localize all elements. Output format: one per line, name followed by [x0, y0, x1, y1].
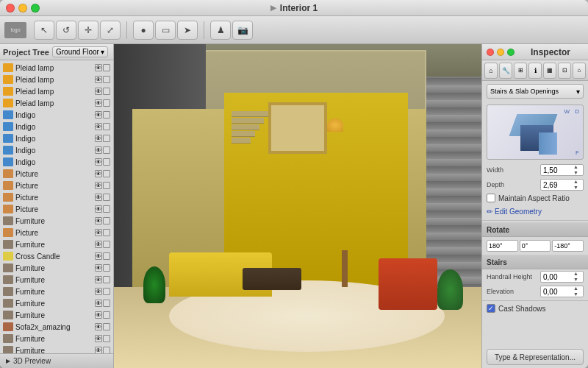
lock-toggle[interactable] — [103, 88, 110, 95]
visibility-toggle[interactable]: 👁 — [95, 241, 102, 248]
elevation-stepper-up[interactable]: ▲ — [573, 286, 581, 291]
toolbar-btn-circle[interactable]: ● — [133, 21, 154, 40]
visibility-toggle[interactable]: 👁 — [95, 99, 102, 107]
visibility-toggle[interactable]: 👁 — [95, 300, 102, 307]
lock-toggle[interactable] — [103, 323, 110, 330]
rotate-field-2[interactable]: 0° — [520, 240, 551, 252]
handrail-stepper-down[interactable]: ▼ — [573, 277, 581, 283]
visibility-toggle[interactable]: 👁 — [95, 217, 102, 224]
toolbar-btn-rect[interactable]: ▭ — [155, 21, 176, 40]
tree-item[interactable]: Furniture👁 — [0, 262, 113, 274]
handrail-stepper[interactable]: ▲ ▼ — [573, 271, 581, 283]
inspector-min-btn[interactable] — [497, 49, 504, 56]
toolbar-btn-scale[interactable]: ⤢ — [100, 21, 121, 40]
lock-toggle[interactable] — [103, 264, 110, 272]
tree-item[interactable]: Furniture👁 — [0, 274, 113, 286]
insp-btn-5[interactable]: ▦ — [543, 63, 556, 79]
tree-item[interactable]: Cross Candle👁 — [0, 250, 113, 262]
tree-item[interactable]: Indigo👁 — [0, 132, 113, 144]
lock-toggle[interactable] — [103, 111, 110, 118]
tree-item[interactable]: Picture👁 — [0, 227, 113, 238]
width-stepper[interactable]: ▲ ▼ — [573, 164, 581, 176]
toolbar-btn-select[interactable]: ↖ — [34, 21, 54, 40]
preview-label[interactable]: ▶ 3D Preview — [0, 353, 113, 368]
lock-toggle[interactable] — [103, 335, 110, 342]
lock-toggle[interactable] — [103, 99, 110, 107]
floor-selector[interactable]: Ground Floor ▾ — [52, 46, 108, 57]
depth-stepper[interactable]: ▲ ▼ — [573, 179, 581, 191]
tree-item[interactable]: Sofa2x_amazing👁 — [0, 321, 113, 333]
insp-btn-7[interactable]: ⌂ — [573, 63, 586, 79]
tree-item[interactable]: Picture👁 — [0, 191, 113, 203]
visibility-toggle[interactable]: 👁 — [95, 323, 102, 330]
maintain-aspect-checkbox[interactable] — [487, 194, 495, 202]
visibility-toggle[interactable]: 👁 — [95, 182, 102, 189]
tree-item[interactable]: Furniture👁 — [0, 286, 113, 297]
visibility-toggle[interactable]: 👁 — [95, 111, 102, 118]
type-representation-btn[interactable]: Type & Representation... — [487, 349, 584, 365]
lock-toggle[interactable] — [103, 300, 110, 307]
lock-toggle[interactable] — [103, 347, 110, 353]
lock-toggle[interactable] — [103, 205, 110, 213]
visibility-toggle[interactable]: 👁 — [95, 76, 102, 83]
elevation-stepper[interactable]: ▲ ▼ — [573, 286, 581, 297]
tree-item[interactable]: Furniture👁 — [0, 333, 113, 344]
edit-geometry-btn[interactable]: ✏ Edit Geometry — [487, 205, 584, 217]
visibility-toggle[interactable]: 👁 — [95, 205, 102, 213]
lock-toggle[interactable] — [103, 288, 110, 295]
width-input[interactable]: 1,50 ▲ ▼ — [540, 164, 584, 176]
visibility-toggle[interactable]: 👁 — [95, 264, 102, 272]
tree-item[interactable]: Furniture👁 — [0, 344, 113, 353]
lock-toggle[interactable] — [103, 123, 110, 130]
lock-toggle[interactable] — [103, 229, 110, 236]
tree-item[interactable]: Indigo👁 — [0, 121, 113, 132]
insp-btn-1[interactable]: ⌂ — [484, 63, 498, 79]
toolbar-btn-person[interactable]: ♟ — [210, 21, 231, 40]
handrail-input[interactable]: 0,00 ▲ ▼ — [540, 271, 584, 283]
tree-item[interactable]: Indigo👁 — [0, 156, 113, 168]
lock-toggle[interactable] — [103, 252, 110, 260]
visibility-toggle[interactable]: 👁 — [95, 347, 102, 353]
lock-toggle[interactable] — [103, 217, 110, 224]
lock-toggle[interactable] — [103, 64, 110, 71]
insp-btn-6[interactable]: ⊡ — [558, 63, 571, 79]
tree-item[interactable]: Picture👁 — [0, 180, 113, 191]
toolbar-btn-arrow[interactable]: ➤ — [177, 21, 198, 40]
center-3d-view[interactable] — [114, 44, 481, 368]
rotate-field-1[interactable]: 180° — [487, 240, 518, 252]
tree-item[interactable]: Indigo👁 — [0, 109, 113, 121]
rotate-field-3[interactable]: -180° — [552, 240, 584, 252]
tree-item[interactable]: Pleiad lamp👁 — [0, 74, 113, 85]
lock-toggle[interactable] — [103, 76, 110, 83]
maximize-button[interactable] — [31, 4, 40, 13]
lock-toggle[interactable] — [103, 194, 110, 201]
visibility-toggle[interactable]: 👁 — [95, 170, 102, 177]
handrail-stepper-up[interactable]: ▲ — [573, 271, 581, 277]
visibility-toggle[interactable]: 👁 — [95, 194, 102, 201]
toolbar-btn-camera[interactable]: 📷 — [232, 21, 253, 40]
tree-item[interactable]: Furniture👁 — [0, 215, 113, 227]
insp-btn-3[interactable]: ⊞ — [514, 63, 527, 79]
insp-btn-2[interactable]: 🔧 — [499, 63, 512, 79]
visibility-toggle[interactable]: 👁 — [95, 288, 102, 295]
lock-toggle[interactable] — [103, 276, 110, 283]
lock-toggle[interactable] — [103, 158, 110, 166]
close-button[interactable] — [6, 4, 15, 13]
tree-item[interactable]: Picture👁 — [0, 168, 113, 180]
tree-item[interactable]: Pleiad lamp👁 — [0, 85, 113, 97]
visibility-toggle[interactable]: 👁 — [95, 311, 102, 319]
lock-toggle[interactable] — [103, 241, 110, 248]
depth-stepper-down[interactable]: ▼ — [573, 185, 581, 191]
lock-toggle[interactable] — [103, 182, 110, 189]
width-stepper-down[interactable]: ▼ — [573, 170, 581, 176]
tree-item[interactable]: Furniture👁 — [0, 309, 113, 321]
visibility-toggle[interactable]: 👁 — [95, 335, 102, 342]
visibility-toggle[interactable]: 👁 — [95, 229, 102, 236]
elevation-stepper-down[interactable]: ▼ — [573, 291, 581, 297]
visibility-toggle[interactable]: 👁 — [95, 123, 102, 130]
tree-item[interactable]: Pleiad lamp👁 — [0, 62, 113, 74]
visibility-toggle[interactable]: 👁 — [95, 252, 102, 260]
inspector-close-btn[interactable] — [487, 49, 494, 56]
visibility-toggle[interactable]: 👁 — [95, 276, 102, 283]
width-stepper-up[interactable]: ▲ — [573, 164, 581, 170]
